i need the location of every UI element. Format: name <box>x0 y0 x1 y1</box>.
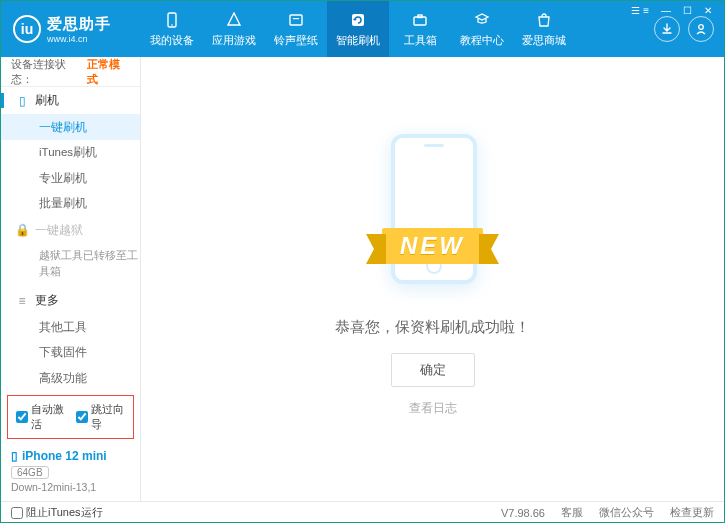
toolbox-icon <box>411 11 429 29</box>
section-more[interactable]: ≡ 更多 <box>1 287 140 314</box>
device-block[interactable]: ▯ iPhone 12 mini 64GB Down-12mini-13,1 <box>1 443 140 501</box>
device-icon <box>163 11 181 29</box>
device-phone-icon: ▯ <box>11 449 18 463</box>
wc-1[interactable]: ☰ ≡ <box>627 5 653 16</box>
device-detail: Down-12mini-13,1 <box>11 481 130 493</box>
ribbon-text: NEW <box>382 228 483 264</box>
skip-guide-checkbox[interactable]: 跳过向导 <box>76 402 126 432</box>
header-right <box>654 16 724 42</box>
minimize-button[interactable]: — <box>657 5 675 16</box>
sidebar-item-firmware[interactable]: 下载固件 <box>1 340 140 366</box>
sidebar-item-itunes[interactable]: iTunes刷机 <box>1 140 140 166</box>
maximize-button[interactable]: ☐ <box>679 5 696 16</box>
flash-icon <box>349 11 367 29</box>
sidebar-item-oneclick[interactable]: 一键刷机 <box>1 114 140 140</box>
phone-icon: ▯ <box>15 94 29 108</box>
nav-apps[interactable]: 应用游戏 <box>203 1 265 57</box>
logo: iu 爱思助手 www.i4.cn <box>1 15 141 44</box>
section-flash[interactable]: ▯ 刷机 <box>1 87 140 114</box>
store-icon <box>535 11 553 29</box>
tutorial-icon <box>473 11 491 29</box>
jailbreak-note: 越狱工具已转移至工具箱 <box>1 244 140 287</box>
version-label: V7.98.66 <box>501 507 545 519</box>
top-nav: 我的设备 应用游戏 铃声壁纸 智能刷机 工具箱 教程中心 爱思商城 <box>141 1 654 57</box>
update-link[interactable]: 检查更新 <box>670 505 714 520</box>
wechat-link[interactable]: 微信公众号 <box>599 505 654 520</box>
sidebar-item-othertools[interactable]: 其他工具 <box>1 314 140 340</box>
view-log-link[interactable]: 查看日志 <box>409 401 457 416</box>
wallpaper-icon <box>287 11 305 29</box>
nav-toolbox[interactable]: 工具箱 <box>389 1 451 57</box>
status-bar: 阻止iTunes运行 V7.98.66 客服 微信公众号 检查更新 <box>1 501 724 523</box>
user-button[interactable] <box>688 16 714 42</box>
download-button[interactable] <box>654 16 680 42</box>
window-controls: ☰ ≡ — ☐ ✕ <box>627 5 716 16</box>
svg-rect-2 <box>290 15 302 25</box>
success-message: 恭喜您，保资料刷机成功啦！ <box>335 318 530 337</box>
svg-rect-3 <box>293 18 299 19</box>
device-storage: 64GB <box>11 466 49 479</box>
options-box: 自动激活 跳过向导 <box>7 395 134 439</box>
header: iu 爱思助手 www.i4.cn 我的设备 应用游戏 铃声壁纸 智能刷机 工具… <box>1 1 724 57</box>
logo-subtitle: www.i4.cn <box>47 34 111 44</box>
main-content: NEW 恭喜您，保资料刷机成功啦！ 确定 查看日志 <box>141 57 724 501</box>
sidebar: 设备连接状态： 正常模式 ▯ 刷机 一键刷机 iTunes刷机 专业刷机 批量刷… <box>1 57 141 501</box>
svg-point-1 <box>171 24 173 26</box>
illustration: NEW <box>313 122 553 302</box>
nav-tutorials[interactable]: 教程中心 <box>451 1 513 57</box>
connection-status: 设备连接状态： 正常模式 <box>1 57 140 87</box>
more-icon: ≡ <box>15 294 29 308</box>
block-itunes-checkbox[interactable]: 阻止iTunes运行 <box>11 505 103 520</box>
nav-my-device[interactable]: 我的设备 <box>141 1 203 57</box>
nav-flash[interactable]: 智能刷机 <box>327 1 389 57</box>
ribbon: NEW <box>313 224 553 268</box>
section-jailbreak: 🔒 一键越狱 <box>1 217 140 244</box>
logo-icon: iu <box>13 15 41 43</box>
device-name: ▯ iPhone 12 mini <box>11 449 130 463</box>
sidebar-item-advanced[interactable]: 高级功能 <box>1 365 140 391</box>
nav-store[interactable]: 爱思商城 <box>513 1 575 57</box>
close-button[interactable]: ✕ <box>700 5 716 16</box>
nav-ringtones[interactable]: 铃声壁纸 <box>265 1 327 57</box>
support-link[interactable]: 客服 <box>561 505 583 520</box>
auto-activate-checkbox[interactable]: 自动激活 <box>16 402 66 432</box>
logo-title: 爱思助手 <box>47 15 111 34</box>
svg-rect-6 <box>418 15 422 18</box>
sidebar-item-pro[interactable]: 专业刷机 <box>1 166 140 192</box>
status-value: 正常模式 <box>87 57 130 87</box>
svg-rect-5 <box>414 17 426 25</box>
sidebar-item-batch[interactable]: 批量刷机 <box>1 191 140 217</box>
apps-icon <box>225 11 243 29</box>
svg-point-7 <box>699 25 704 30</box>
ok-button[interactable]: 确定 <box>391 353 475 387</box>
lock-icon: 🔒 <box>15 223 29 237</box>
